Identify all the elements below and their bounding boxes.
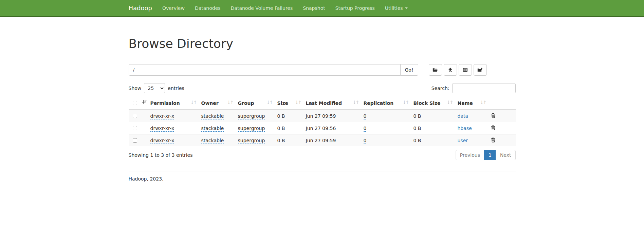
column-header-size[interactable]: Size↓↑ [275,97,303,110]
path-bar: Go! [129,64,516,76]
nav-item-snapshot[interactable]: Snapshot [298,0,330,16]
permission-editable[interactable]: drwxr-xr-x [150,126,174,132]
sort-icon: ↓↑ [295,100,301,105]
column-header-last-modified[interactable]: Last Modified↓↑ [303,97,361,110]
column-header-replication[interactable]: Replication↓↑ [361,97,411,110]
nav-item-datanode-volume-failures[interactable]: Datanode Volume Failures [226,0,298,16]
row-select-checkbox[interactable] [133,126,137,130]
page-size-select[interactable]: 25 [144,83,165,93]
column-label: Permission [150,100,180,106]
brand-hadoop[interactable]: Hadoop [124,0,157,16]
create-directory-button[interactable] [429,64,442,76]
block-size-value: 0 B [413,126,421,131]
trash-icon [491,126,496,131]
row-select-checkbox[interactable] [133,138,137,143]
table-footer: Showing 1 to 3 of 3 entries Previous 1 N… [129,150,516,160]
column-header-name[interactable]: Name↓↑ [455,97,488,110]
nav-item-datanodes[interactable]: Datanodes [190,0,226,16]
show-label: Show [129,86,142,91]
size-value: 0 B [277,126,285,131]
move-button[interactable] [474,64,487,76]
table-controls: Show 25 entries Search: [129,83,516,93]
permission-editable[interactable]: drwxr-xr-x [150,113,174,119]
column-label: Last Modified [306,100,342,106]
column-header-owner[interactable]: Owner↓↑ [199,97,235,110]
pagination-page-1[interactable]: 1 [484,150,496,160]
column-header-block-size[interactable]: Block Size↓↑ [411,97,455,110]
search-input[interactable] [452,83,516,93]
sort-icon: ↓↑ [190,100,197,105]
select-all-checkbox[interactable] [133,101,137,105]
directory-actions [429,64,489,76]
group-editable[interactable]: supergroup [238,126,265,132]
list-alt-icon [463,68,468,72]
delete-button[interactable] [491,125,496,131]
nav-item-startup-progress[interactable]: Startup Progress [330,0,380,16]
column-label: Replication [364,100,394,106]
entries-info: Showing 1 to 3 of 3 entries [129,152,193,158]
page-title: Browse Directory [129,37,516,56]
column-header-permission[interactable]: Permission↓↑ [148,97,199,110]
group-editable[interactable]: supergroup [238,138,265,144]
trash-icon [491,138,496,144]
column-header-group[interactable]: Group↓↑ [235,97,275,110]
pagination-previous[interactable]: Previous [456,150,484,160]
table-row: drwxr-xr-x stackable supergroup 0 B Jun … [129,110,516,122]
group-editable[interactable]: supergroup [238,113,265,119]
replication-editable[interactable]: 0 [364,138,367,144]
delete-button[interactable] [491,137,496,144]
delete-button[interactable] [491,113,496,119]
folder-move-icon [477,68,483,72]
directory-link[interactable]: hbase [458,126,472,131]
sort-icon: ↓↑ [353,100,359,105]
sort-icon: ↓↑ [480,100,486,105]
nav-item-overview[interactable]: Overview [157,0,190,16]
nav-menu: Overview Datanodes Datanode Volume Failu… [157,0,413,16]
footer-text: Hadoop, 2023. [129,176,516,182]
replication-editable[interactable]: 0 [364,113,367,119]
folder-open-icon [433,68,438,72]
caret-down-icon [405,7,408,9]
upload-files-button[interactable] [444,64,457,76]
table-row: drwxr-xr-x stackable supergroup 0 B Jun … [129,122,516,134]
column-header-actions [488,97,516,110]
last-modified-value: Jun 27 09:56 [306,126,336,131]
main-content: Browse Directory Go! [124,37,521,182]
table-header-row: Permission↓↑ Owner↓↑ Group↓↑ Size↓↑ Last… [129,97,516,110]
nav-item-utilities-dropdown[interactable]: Utilities [380,0,413,16]
column-label: Block Size [413,100,441,106]
directory-link[interactable]: user [458,138,468,143]
size-value: 0 B [277,138,285,143]
block-size-value: 0 B [413,138,421,143]
pagination: Previous 1 Next [456,150,516,160]
permission-editable[interactable]: drwxr-xr-x [150,138,174,144]
owner-editable[interactable]: stackable [201,138,224,144]
directory-path-input[interactable] [129,64,401,76]
column-label: Group [238,100,254,106]
owner-editable[interactable]: stackable [201,113,224,119]
sort-icon: ↓↑ [266,100,273,105]
row-select-checkbox[interactable] [133,114,137,118]
sort-icon: ↓↑ [227,100,233,105]
navbar: Hadoop Overview Datanodes Datanode Volum… [0,0,644,17]
owner-editable[interactable]: stackable [201,126,224,132]
cut-paste-button[interactable] [459,64,472,76]
go-button[interactable]: Go! [400,64,418,76]
replication-editable[interactable]: 0 [364,126,367,132]
last-modified-value: Jun 27 09:59 [306,138,336,143]
sort-icon: ↓↑ [447,100,453,105]
nav-utilities-label: Utilities [385,5,403,11]
directory-listing-table: Permission↓↑ Owner↓↑ Group↓↑ Size↓↑ Last… [129,97,516,146]
sort-asc-icon [142,99,147,106]
directory-link[interactable]: data [458,113,468,119]
entries-label: entries [168,86,184,91]
column-header-select-all[interactable] [129,97,148,110]
trash-icon [491,114,496,119]
upload-icon [448,68,453,72]
pagination-next[interactable]: Next [496,150,516,160]
column-label: Name [458,100,473,106]
column-label: Owner [201,100,219,106]
column-label: Size [277,100,289,106]
sort-icon: ↓↑ [403,100,409,105]
footer-divider [129,171,516,171]
